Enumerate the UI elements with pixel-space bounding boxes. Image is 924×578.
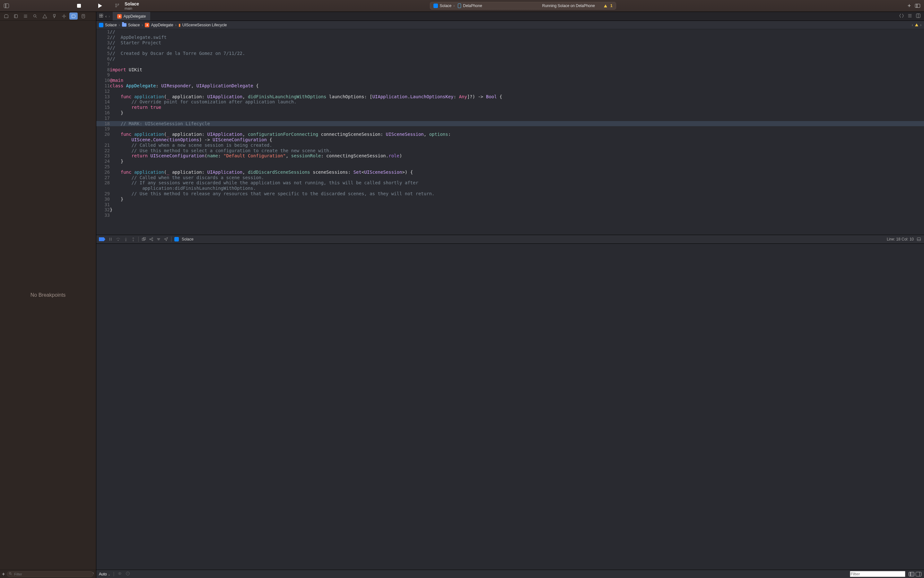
search-icon	[852, 572, 855, 576]
toggle-minimap-button[interactable]	[916, 237, 921, 242]
project-name: Solace	[125, 1, 139, 6]
step-out-button[interactable]	[131, 237, 136, 242]
destination-name: DelaPhone	[463, 3, 482, 8]
svg-rect-10	[101, 14, 103, 16]
phone-icon	[458, 3, 461, 8]
pause-button[interactable]	[108, 237, 113, 242]
jump-bar-symbol[interactable]: ▮ UISceneSession Lifecycle	[178, 23, 227, 27]
chevron-right-icon: ›	[453, 3, 455, 8]
svg-point-0	[115, 3, 117, 5]
cursor-position: Line: 18 Col: 10	[887, 237, 914, 242]
breakpoint-navigator-tab[interactable]	[69, 13, 78, 19]
debug-memory-graph-button[interactable]	[149, 237, 154, 242]
swift-file-icon	[145, 23, 149, 27]
add-button[interactable]: +	[907, 3, 912, 8]
code-review-button[interactable]	[899, 13, 904, 19]
svg-point-15	[126, 240, 126, 241]
warning-icon	[604, 5, 607, 7]
symbol-navigator-tab[interactable]	[21, 13, 29, 19]
navigator-filter-input[interactable]	[7, 571, 93, 577]
debug-console-area[interactable]	[96, 244, 924, 570]
search-icon	[9, 572, 12, 576]
debug-navigator-tab[interactable]	[60, 13, 68, 19]
quicklook-button[interactable]	[117, 572, 122, 576]
breakpoint-toggle-button[interactable]	[99, 237, 105, 241]
chevron-right-icon: ›	[142, 23, 143, 27]
step-into-button[interactable]	[123, 237, 128, 242]
add-editor-button[interactable]	[916, 13, 921, 19]
variables-view-toggle[interactable]	[909, 572, 914, 576]
environment-overrides-button[interactable]	[156, 237, 161, 242]
chevron-right-icon: ›	[119, 23, 120, 27]
step-over-button[interactable]	[115, 237, 121, 242]
navigator-content: No Breakpoints	[0, 21, 96, 570]
editor-tab[interactable]: AppDelegate	[113, 12, 151, 21]
source-control-navigator-tab[interactable]	[11, 13, 20, 19]
debug-executable-name[interactable]: Solace	[182, 237, 194, 242]
navigator-footer: +	[0, 570, 96, 578]
editor-area: ‹ › AppDelegate	[96, 12, 924, 578]
svg-rect-22	[917, 238, 921, 240]
tab-filename: AppDelegate	[123, 14, 146, 19]
library-button[interactable]	[915, 3, 920, 8]
debug-console-footer: Auto ⌄	[96, 570, 924, 578]
run-button[interactable]	[97, 3, 103, 8]
svg-rect-3	[14, 15, 17, 18]
source-control-icon	[115, 3, 120, 9]
toolbar: Solace main Solace › DelaPhone Running S…	[0, 0, 924, 12]
editor-tab-bar: ‹ › AppDelegate	[96, 12, 924, 21]
jump-bar-file[interactable]: AppDelegate	[145, 23, 173, 27]
activity-status-bar[interactable]: Solace › DelaPhone Running Solace on Del…	[430, 2, 616, 10]
variables-view-mode[interactable]: Auto ⌄	[99, 572, 110, 576]
jump-bar-group[interactable]: Solace	[122, 23, 140, 27]
nav-forward-button[interactable]: ›	[109, 14, 110, 19]
navigator-panel: No Breakpoints +	[0, 12, 96, 578]
stop-button[interactable]	[76, 3, 81, 8]
svg-point-21	[152, 240, 153, 241]
navigator-tabs	[0, 12, 96, 21]
find-navigator-tab[interactable]	[31, 13, 39, 19]
app-icon	[174, 237, 179, 242]
source-editor[interactable]: 1//2// AppDelegate.swift3// Starter Proj…	[96, 29, 924, 235]
svg-point-25	[853, 572, 854, 574]
toggle-navigator-button[interactable]	[4, 3, 9, 8]
report-navigator-tab[interactable]	[79, 13, 88, 19]
add-breakpoint-button[interactable]: +	[2, 571, 5, 577]
branch-name: main	[125, 6, 139, 10]
svg-point-23	[120, 573, 120, 574]
svg-point-4	[33, 15, 36, 17]
warning-icon	[915, 23, 918, 26]
scheme-name: Solace	[440, 3, 452, 8]
print-description-button[interactable]	[126, 571, 130, 577]
svg-point-20	[152, 238, 153, 239]
swift-file-icon	[117, 14, 122, 19]
folder-icon	[122, 23, 126, 27]
app-icon	[99, 23, 104, 27]
run-destination[interactable]: DelaPhone	[458, 3, 482, 8]
console-view-toggle[interactable]	[916, 572, 921, 576]
jump-bar: Solace › Solace › AppDelegate › ▮ UIScen…	[96, 21, 924, 29]
debug-view-hierarchy-button[interactable]	[142, 237, 146, 242]
project-title-block[interactable]: Solace main	[125, 1, 139, 10]
svg-point-16	[133, 240, 134, 241]
prev-issue-button[interactable]: ‹	[912, 23, 913, 27]
svg-point-7	[9, 573, 11, 575]
warning-count: 1	[610, 3, 613, 8]
test-navigator-tab[interactable]	[50, 13, 58, 19]
jump-bar-project[interactable]: Solace	[99, 23, 117, 27]
debug-bar: Solace Line: 18 Col: 10	[96, 235, 924, 244]
nav-back-button[interactable]: ‹	[105, 14, 107, 19]
simulate-location-button[interactable]	[164, 237, 168, 242]
svg-rect-9	[99, 14, 101, 16]
app-icon	[433, 3, 438, 8]
issue-navigator-tab[interactable]	[41, 13, 49, 19]
scheme-selector[interactable]: Solace ›	[433, 3, 455, 8]
variables-filter-input[interactable]	[850, 571, 905, 577]
svg-point-2	[118, 3, 119, 5]
next-issue-button[interactable]: ›	[920, 23, 921, 27]
adjust-editor-options-button[interactable]	[907, 13, 913, 19]
bookmark-icon: ▮	[178, 23, 181, 27]
related-items-button[interactable]	[99, 13, 104, 19]
project-navigator-tab[interactable]	[2, 13, 10, 19]
navigator-empty-text: No Breakpoints	[31, 292, 65, 298]
